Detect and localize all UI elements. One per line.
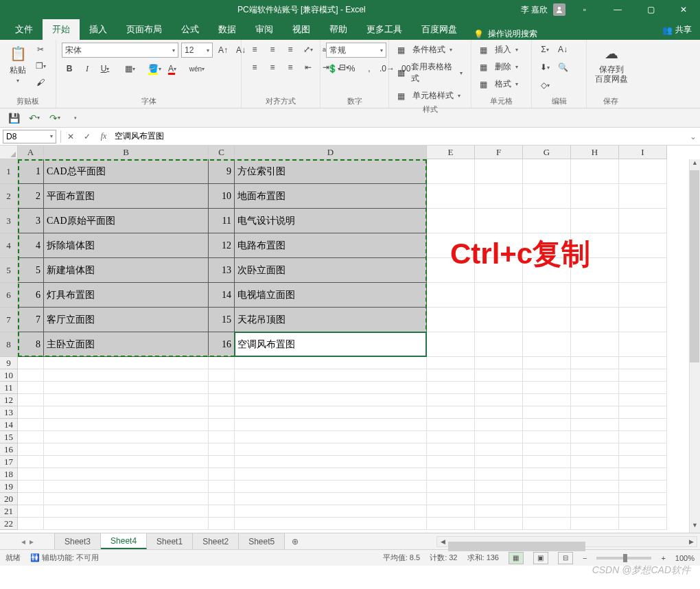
cell-A2[interactable]: 2 (18, 184, 44, 209)
cell-B15[interactable] (44, 431, 209, 443)
cell-A13[interactable] (18, 406, 44, 419)
sheet-tab-sheet3[interactable]: Sheet3 (55, 533, 101, 549)
cell-D21[interactable] (235, 505, 427, 518)
column-header-F[interactable]: F (475, 146, 523, 159)
row-header-19[interactable]: 19 (0, 481, 18, 493)
cut-button[interactable]: ✂ (33, 43, 48, 56)
delete-cells-button[interactable]: ▦删除▾ (477, 60, 521, 74)
cell-D19[interactable] (235, 481, 427, 493)
percent-button[interactable]: % (344, 62, 359, 76)
fill-button[interactable]: ⬇▾ (537, 60, 552, 74)
fill-color-button[interactable]: 🪣▾ (147, 62, 162, 76)
cell-A4[interactable]: 4 (18, 233, 44, 258)
sort-filter-button[interactable]: A↓ (555, 43, 570, 56)
insert-function-button[interactable]: fx (95, 130, 112, 143)
save-button[interactable]: 💾 (5, 111, 22, 126)
cell-H7[interactable] (571, 308, 619, 332)
cell-E3[interactable] (427, 209, 475, 233)
cell-I4[interactable] (619, 233, 667, 258)
row-header-2[interactable]: 2 (0, 184, 18, 209)
cell-F8[interactable] (475, 332, 523, 357)
save-baidu-button[interactable]: ☁ 保存到 百度网盘 (592, 43, 631, 86)
cell-C15[interactable] (209, 431, 235, 443)
vertical-scrollbar[interactable]: ▲▼ (689, 159, 700, 533)
cell-A19[interactable] (18, 481, 44, 493)
cell-G9[interactable] (523, 357, 571, 369)
cell-D22[interactable] (235, 518, 427, 530)
cell-D2[interactable]: 地面布置图 (235, 184, 427, 209)
cell-H19[interactable] (571, 481, 619, 493)
cell-C3[interactable]: 11 (209, 209, 235, 233)
cell-G1[interactable] (523, 159, 571, 184)
align-center-button[interactable]: ≡ (265, 60, 280, 74)
cell-F16[interactable] (475, 443, 523, 456)
redo-button[interactable]: ↷▾ (47, 111, 63, 126)
cell-E19[interactable] (427, 481, 475, 493)
cell-B14[interactable] (44, 419, 209, 431)
cell-I12[interactable] (619, 394, 667, 406)
row-header-4[interactable]: 4 (0, 233, 18, 258)
cell-B17[interactable] (44, 456, 209, 468)
minimize-button[interactable]: — (604, 0, 631, 19)
cell-H2[interactable] (571, 184, 619, 209)
cell-G15[interactable] (523, 431, 571, 443)
sheet-tab-sheet1[interactable]: Sheet1 (147, 533, 193, 549)
cell-F17[interactable] (475, 456, 523, 468)
cell-H1[interactable] (571, 159, 619, 184)
cell-B4[interactable]: 拆除墙体图 (44, 233, 209, 258)
cell-A15[interactable] (18, 431, 44, 443)
cell-C18[interactable] (209, 468, 235, 481)
cell-C12[interactable] (209, 394, 235, 406)
number-format-select[interactable]: 常规▾ (326, 43, 386, 58)
row-header-22[interactable]: 22 (0, 518, 18, 530)
row-header-5[interactable]: 5 (0, 258, 18, 283)
row-header-15[interactable]: 15 (0, 431, 18, 443)
cell-F20[interactable] (475, 493, 523, 505)
cell-A6[interactable]: 6 (18, 283, 44, 308)
cell-C8[interactable]: 16 (209, 332, 235, 357)
sheet-tab-sheet2[interactable]: Sheet2 (193, 533, 239, 549)
cell-F14[interactable] (475, 419, 523, 431)
column-header-A[interactable]: A (18, 146, 44, 159)
underline-button[interactable]: U▾ (97, 62, 113, 76)
cell-H15[interactable] (571, 431, 619, 443)
cell-E12[interactable] (427, 394, 475, 406)
cell-C2[interactable]: 10 (209, 184, 235, 209)
format-table-button[interactable]: ▦套用表格格式▾ (395, 60, 465, 86)
phonetic-button[interactable]: wén▾ (189, 62, 205, 76)
row-header-14[interactable]: 14 (0, 419, 18, 431)
maximize-button[interactable]: ▢ (637, 0, 664, 19)
cell-C13[interactable] (209, 406, 235, 419)
cell-F7[interactable] (475, 308, 523, 332)
cell-E11[interactable] (427, 382, 475, 394)
cell-H22[interactable] (571, 518, 619, 530)
cell-I22[interactable] (619, 518, 667, 530)
cell-F6[interactable] (475, 283, 523, 308)
font-size-select[interactable]: 12▾ (181, 43, 213, 58)
cell-E14[interactable] (427, 419, 475, 431)
cell-C4[interactable]: 12 (209, 233, 235, 258)
tell-me-search[interactable]: 💡 操作说明搜索 (467, 28, 544, 40)
cell-D12[interactable] (235, 394, 427, 406)
cell-I7[interactable] (619, 308, 667, 332)
cell-G3[interactable] (523, 209, 571, 233)
cell-A18[interactable] (18, 468, 44, 481)
cell-E2[interactable] (427, 184, 475, 209)
cell-A9[interactable] (18, 357, 44, 369)
align-top-button[interactable]: ≡ (247, 43, 262, 56)
page-break-view-button[interactable]: ⊟ (558, 552, 573, 564)
ribbon-display-button[interactable]: ▫ (571, 0, 598, 19)
cell-G21[interactable] (523, 505, 571, 518)
cell-C11[interactable] (209, 382, 235, 394)
currency-button[interactable]: 💲▾ (326, 62, 341, 76)
cell-B21[interactable] (44, 505, 209, 518)
cell-I20[interactable] (619, 493, 667, 505)
cell-F12[interactable] (475, 394, 523, 406)
zoom-out-button[interactable]: − (583, 554, 587, 562)
bold-button[interactable]: B (62, 62, 77, 76)
cell-A12[interactable] (18, 394, 44, 406)
cell-I19[interactable] (619, 481, 667, 493)
cell-B19[interactable] (44, 481, 209, 493)
cell-I14[interactable] (619, 419, 667, 431)
enter-formula-button[interactable]: ✓ (79, 130, 95, 143)
